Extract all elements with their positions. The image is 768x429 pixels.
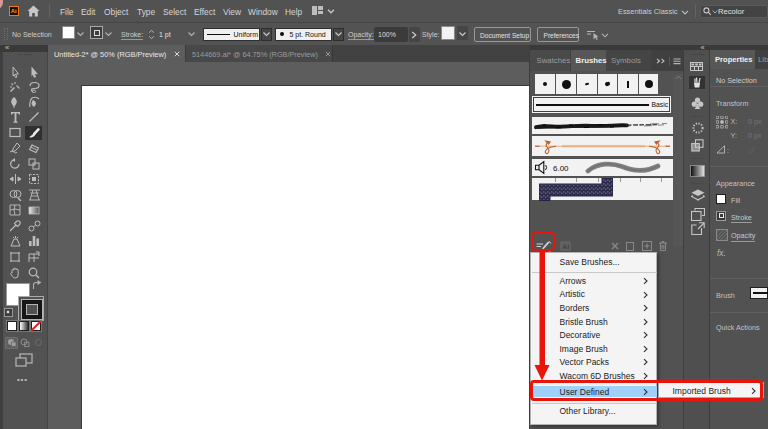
- svg-text:6.00: 6.00: [553, 164, 569, 173]
